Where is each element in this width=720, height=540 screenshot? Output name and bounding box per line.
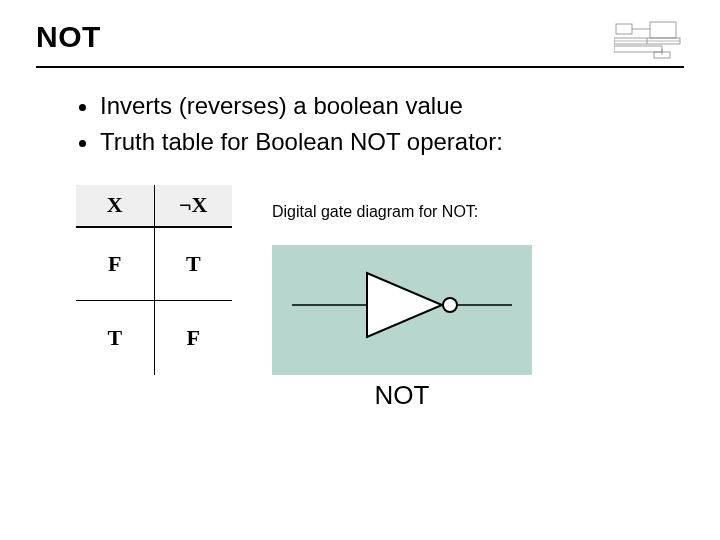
- svg-rect-5: [614, 46, 662, 52]
- table-cell: F: [76, 227, 154, 301]
- content-row: X ¬X F T T F Digital gate diagram for NO…: [36, 185, 684, 375]
- truth-table: X ¬X F T T F: [76, 185, 232, 375]
- svg-rect-0: [616, 24, 632, 34]
- bullet-item: Inverts (reverses) a boolean value: [100, 90, 684, 122]
- table-cell: F: [154, 301, 232, 375]
- diagram-caption: Digital gate diagram for NOT:: [272, 203, 684, 221]
- slide: NOT Inverts (reverses) a boolean value T…: [0, 0, 720, 540]
- table-header-cell: X: [76, 185, 154, 227]
- title-row: NOT: [36, 20, 684, 68]
- svg-rect-1: [650, 22, 676, 38]
- page-title: NOT: [36, 20, 101, 54]
- table-cell: T: [154, 227, 232, 301]
- table-cell: T: [76, 301, 154, 375]
- not-gate-icon: [272, 245, 532, 375]
- diagram-column: Digital gate diagram for NOT: NOT: [272, 185, 684, 375]
- bullet-item: Truth table for Boolean NOT operator:: [100, 126, 684, 158]
- bullet-list: Inverts (reverses) a boolean value Truth…: [36, 90, 684, 159]
- table-row: F T: [76, 227, 232, 301]
- not-gate-diagram: NOT: [272, 245, 532, 375]
- table-header-row: X ¬X: [76, 185, 232, 227]
- table-header-cell: ¬X: [154, 185, 232, 227]
- table-row: T F: [76, 301, 232, 375]
- gate-label: NOT: [375, 380, 430, 411]
- computer-diagram-icon: [614, 20, 684, 60]
- svg-point-11: [443, 298, 457, 312]
- svg-marker-10: [367, 273, 442, 337]
